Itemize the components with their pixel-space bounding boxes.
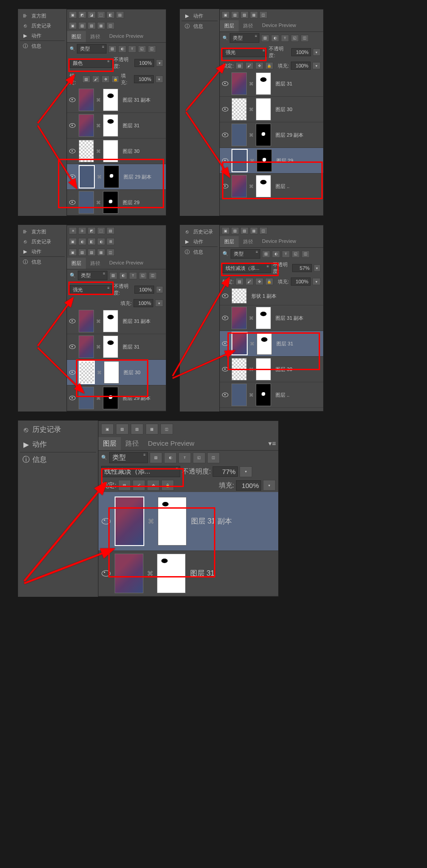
layer-row[interactable]: ⌘图层 30 [220,97,323,122]
chevron-down-icon[interactable]: ▾ [156,286,163,293]
mask-thumb[interactable] [103,114,118,137]
info-item[interactable]: ⓘ信息 [20,452,96,467]
chevron-down-icon[interactable]: ▾ [156,59,163,67]
link-icon[interactable]: ⌘ [248,393,255,398]
link-icon[interactable]: ⌘ [248,316,255,321]
tool-icon[interactable]: ◧ [88,238,96,245]
history-item[interactable]: ⎋历史记录 [182,227,218,237]
opacity-value[interactable]: 100% [134,286,154,294]
blend-mode-dropdown[interactable]: 线性减淡（添... [101,466,180,477]
link-icon[interactable]: ⌘ [144,570,156,577]
filter-icon[interactable]: ◫ [149,272,157,279]
tab-paths[interactable]: 路径 [86,31,105,42]
filter-icon[interactable]: ▧ [261,35,269,42]
filter-adjust-icon[interactable]: ◐ [118,45,126,53]
blend-mode-dropdown[interactable]: 颜色 [70,58,112,68]
filter-shape-icon[interactable]: ◱ [138,45,146,53]
filter-icon[interactable]: ◱ [291,35,299,42]
tool-icon[interactable]: ▧ [88,22,96,29]
chevron-down-icon[interactable]: ▾ [156,76,164,83]
tool-icon[interactable]: ▧ [88,249,96,256]
fill-value[interactable]: 100% [133,299,153,307]
tool-icon[interactable]: ◩ [78,11,86,18]
lock-move-icon[interactable]: ✥ [102,76,110,83]
tool-icon[interactable]: ▧ [240,11,249,18]
filter-icon[interactable]: ◐ [119,272,127,279]
filter-icon[interactable]: ◱ [139,272,147,279]
layer-row[interactable]: ⌘图层 31 [220,71,323,97]
layer-thumb[interactable] [79,114,94,137]
filter-smart-icon[interactable]: ◫ [207,452,220,463]
opacity-value[interactable]: 77% [213,466,238,477]
mask-thumb[interactable] [257,332,272,355]
tab-paths[interactable]: 路径 [121,437,143,450]
fill-value[interactable]: 100% [236,480,261,491]
tab-device-preview[interactable]: Device Preview [105,31,148,42]
filter-icon[interactable]: T [281,35,289,42]
tab-device-preview[interactable]: Device Preview [258,236,301,247]
tab-device-preview[interactable]: Device Preview [105,258,148,269]
lock-icon[interactable]: 🔒 [265,62,273,69]
tab-layers[interactable]: 图层 [220,20,239,31]
lock-trans-icon[interactable]: ▧ [82,76,90,83]
link-icon[interactable]: ⌘ [248,184,255,189]
actions-item[interactable]: ▶动作 [20,31,65,40]
tool-icon[interactable]: ▣ [69,22,77,29]
mask-thumb[interactable] [256,98,271,121]
fill-value[interactable]: 100% [291,277,311,286]
mask-thumb[interactable] [103,336,118,358]
tool-icon[interactable]: ▣ [69,249,77,256]
link-icon[interactable]: ⌘ [95,98,102,103]
lock-icon[interactable]: ✥ [255,278,263,285]
filter-icon[interactable]: ◐ [272,251,280,258]
link-icon[interactable]: ⌘ [248,133,255,138]
layer-row[interactable]: ⌘ 图层 31 [98,551,278,596]
tool-icon[interactable]: ◫ [107,22,115,29]
link-icon[interactable]: ⌘ [95,149,102,154]
history-item[interactable]: ⎋历史记录 [20,422,96,437]
tab-device-preview[interactable]: Device Preview [258,20,301,31]
tool-icon[interactable]: ▨ [116,424,129,434]
chevron-down-icon[interactable]: ▾ [312,278,320,285]
tool-icon[interactable]: ◩ [88,227,96,234]
tool-icon[interactable]: ▨ [78,22,86,29]
link-icon[interactable]: ⌘ [95,319,102,324]
tool-icon[interactable]: ▧ [131,424,143,434]
filter-icon[interactable]: ▧ [262,251,270,258]
mask-thumb[interactable] [103,191,118,214]
layer-row[interactable]: ⌘图层 29 [220,148,323,174]
layer-row[interactable]: ⌘图层 30 [67,139,166,164]
filter-icon[interactable]: ◐ [271,35,279,42]
mask-thumb[interactable] [256,175,271,197]
tool-icon[interactable]: ▦ [97,22,105,29]
lock-trans-icon[interactable]: ▧ [118,480,131,491]
mask-thumb[interactable] [104,361,119,384]
mask-thumb[interactable] [103,89,118,111]
layer-row[interactable]: ⌘图层 29 副本 [220,122,323,148]
tool-icon[interactable]: ▦ [250,11,258,18]
link-icon[interactable]: ⌘ [95,123,102,128]
actions-item[interactable]: ▶动作 [182,237,218,246]
link-icon[interactable]: ⌘ [249,341,256,346]
filter-icon[interactable]: ▧ [109,272,117,279]
mask-thumb[interactable] [256,124,271,146]
tab-paths[interactable]: 路径 [239,20,258,31]
filter-kind-dropdown[interactable]: 类型 [230,33,259,43]
lock-move-icon[interactable]: ✥ [147,480,160,491]
lock-icon[interactable]: ✥ [255,62,263,69]
tool-icon[interactable]: ▣ [69,238,77,245]
filter-kind-dropdown[interactable]: 类型 [109,452,148,463]
layer-thumb[interactable] [231,124,247,146]
tool-icon[interactable]: ▨ [78,249,86,256]
blend-mode-dropdown[interactable]: 强光 [70,285,112,295]
layer-row[interactable]: ⌘图层 31 [67,113,166,139]
link-icon[interactable]: ⌘ [96,174,103,179]
layer-thumb[interactable] [79,89,94,111]
opacity-value[interactable]: 100% [134,59,154,67]
tool-icon[interactable]: ◪ [88,11,96,18]
panel-menu-icon[interactable]: ▾≡ [266,437,278,450]
tool-icon[interactable]: ▣ [222,11,230,18]
link-icon[interactable]: ⌘ [249,158,256,163]
mask-thumb[interactable] [103,310,118,332]
mask-thumb[interactable] [103,140,118,162]
